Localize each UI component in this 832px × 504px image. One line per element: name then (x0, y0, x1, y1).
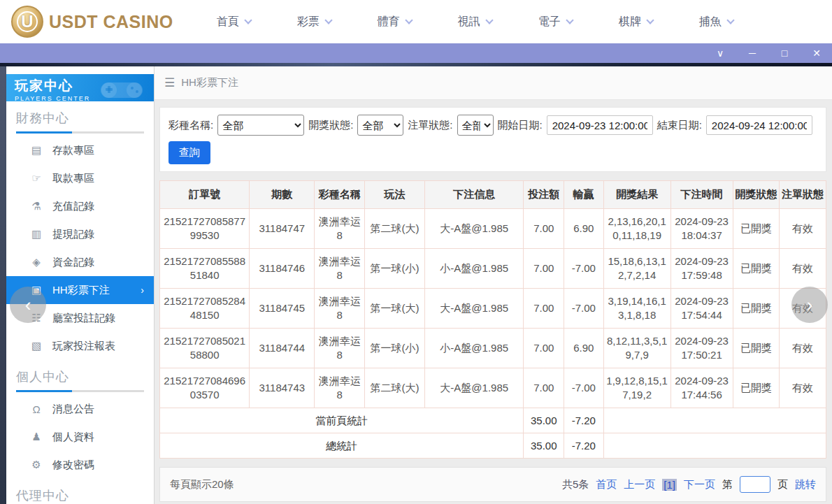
cell-lottery-name: 澳洲幸运8 (315, 249, 365, 289)
end-date-label: 結束日期: (657, 119, 702, 132)
summary-label: 當前頁統計 (160, 408, 524, 433)
cell-order-status: 有效 (780, 329, 826, 368)
nav-item-label: 捕魚 (699, 15, 722, 29)
sidebar-item-label: 個人資料 (52, 431, 94, 444)
finance-menu: ▤ 存款專區 › ☞ 取款專區 › ⚗ 充值記錄 › ▥ 提現記錄 › ◈ (6, 136, 154, 360)
cell-draw-status: 已開獎 (733, 249, 780, 289)
chevron-right-icon: › (141, 285, 144, 296)
filter-row: 彩種名稱: 全部 開獎狀態: 全部 注單狀態: 全部 開始日期: 結束日期: (168, 115, 817, 136)
table-row[interactable]: 2152172708587799530 31184747 澳洲幸运8 第二球(大… (160, 209, 826, 249)
total-count: 共5条 (562, 478, 589, 491)
column-header: 期數 (250, 181, 315, 209)
sidebar-item[interactable]: ☞ 取款專區 › (6, 164, 154, 192)
cell-play-type: 第一球(小) (365, 329, 425, 368)
nav-item[interactable]: 首頁 (217, 15, 251, 29)
cell-period: 31184743 (250, 368, 315, 408)
cell-bet-info: 小-A盤@1.985 (424, 249, 523, 289)
sidebar-item[interactable]: ▤ 存款專區 › (6, 136, 154, 164)
jump-button[interactable]: 跳转 (795, 478, 816, 491)
page-jump-input[interactable] (740, 476, 770, 493)
cell-draw-status: 已開獎 (733, 289, 780, 329)
search-button[interactable]: 查詢 (168, 141, 210, 164)
draw-status-select[interactable]: 全部 (357, 115, 403, 136)
next-page-link[interactable]: 下一页 (684, 478, 715, 491)
sidebar-item[interactable]: ◈ 資金記錄 › (6, 248, 154, 276)
cell-bet-time: 2024-09-23 17:50:21 (670, 329, 733, 368)
logo-text: USDT CASINO (49, 12, 173, 32)
sidebar-item[interactable]: ♟ 個人資料 (6, 423, 154, 451)
chevron-down-icon (726, 16, 734, 24)
collapse-right-button[interactable]: › (791, 287, 828, 323)
nav-item-label: 視訊 (458, 15, 480, 29)
cell-bet-info: 大-A盤@1.985 (424, 209, 523, 249)
site-header: U USDT CASINO 首頁 彩票 體育 視訊 電子 棋牌 (0, 0, 832, 43)
current-page: [1] (662, 479, 677, 491)
close-icon[interactable]: ✕ (811, 48, 822, 58)
sidebar-item[interactable]: ⚗ 充值記錄 › (6, 192, 154, 220)
sidebar-item[interactable]: ⚙ 修改密碼 (6, 451, 154, 479)
cell-bet-time: 2024-09-23 17:54:44 (670, 289, 733, 329)
personal-menu: Ω 消息公告 ♟ 個人資料 ⚙ 修改密碼 (6, 395, 154, 479)
nav-item[interactable]: 棋牌 (619, 15, 653, 29)
column-header: 投注額 (524, 181, 564, 209)
start-date-input[interactable] (547, 115, 653, 135)
cell-bet-amount: 7.00 (524, 329, 564, 368)
sidebar-item[interactable]: ▧ 玩家投注報表 › (6, 332, 154, 360)
sidebar-item-label: 資金記錄 (52, 256, 94, 269)
nav-item[interactable]: 彩票 (297, 15, 331, 29)
minimize-icon[interactable]: ─ (747, 48, 758, 58)
chevron-down-icon (485, 16, 493, 24)
sidebar-item-label: 存款專區 (52, 144, 94, 157)
section-finance: 財務中心 (6, 101, 154, 134)
hamburger-menu-icon[interactable]: ☰ (164, 75, 175, 90)
nav-item[interactable]: 電子 (538, 15, 573, 29)
bell-icon: Ω (30, 403, 43, 415)
cell-bet-amount: 7.00 (524, 289, 564, 329)
maximize-icon[interactable]: □ (779, 48, 790, 58)
order-status-select[interactable]: 全部 (457, 115, 494, 136)
content-area: 彩種名稱: 全部 開獎狀態: 全部 注單狀態: 全部 開始日期: 結束日期: 查… (155, 100, 832, 504)
prev-page-link[interactable]: 上一页 (624, 478, 655, 491)
cell-order-status: 有效 (780, 209, 826, 249)
deposit-card-icon: ▤ (30, 144, 43, 157)
summary-empty (603, 433, 826, 459)
cell-lottery-name: 澳洲幸运8 (315, 209, 365, 249)
logo-u-letter: U (17, 11, 38, 32)
chevron-down-icon (566, 16, 573, 24)
chevron-down-icon[interactable]: ∨ (715, 48, 726, 58)
table-row[interactable]: 2152172708502158800 31184744 澳洲幸运8 第一球(小… (160, 329, 826, 368)
cell-draw-result: 3,19,14,16,13,1,8,18 (603, 289, 670, 329)
nav-item-label: 體育 (378, 15, 400, 29)
cell-bet-amount: 7.00 (524, 249, 564, 289)
end-date-input[interactable] (706, 115, 812, 135)
cell-bet-amount: 7.00 (524, 209, 564, 249)
table-row[interactable]: 2152172708558851840 31184746 澳洲幸运8 第一球(小… (160, 249, 826, 289)
summary-bet-total: 35.00 (524, 433, 564, 459)
lottery-name-label: 彩種名稱: (168, 119, 213, 132)
body-row: 玩家中心 PLAYERS CENTER 財務中心 (0, 66, 832, 504)
table-row[interactable]: 2152172708528448150 31184745 澳洲幸运8 第一球(大… (160, 289, 826, 329)
grand-summary-row: 總統計 35.00 -7.20 (160, 433, 826, 459)
site-logo[interactable]: U USDT CASINO (0, 6, 173, 38)
sidebar-item[interactable]: Ω 消息公告 (6, 395, 154, 423)
summary-bet-total: 35.00 (524, 408, 564, 433)
cell-bet-info: 大-A盤@1.985 (424, 289, 523, 329)
nav-item[interactable]: 體育 (378, 15, 412, 29)
page-summary-row: 當前頁統計 35.00 -7.20 (160, 408, 826, 433)
section-title: 財務中心 (16, 110, 144, 127)
first-page-link[interactable]: 首页 (596, 478, 617, 491)
table-row[interactable]: 2152172708469603570 31184743 澳洲幸运8 第二球(大… (160, 368, 826, 408)
money-bag-icon: ⚗ (30, 200, 43, 213)
sidebar-item[interactable]: ▥ 提現記錄 › (6, 220, 154, 248)
chevron-down-icon (646, 16, 654, 24)
filter-panel: 彩種名稱: 全部 開獎狀態: 全部 注單狀態: 全部 開始日期: 結束日期: 查… (159, 107, 826, 172)
cell-lottery-name: 澳洲幸运8 (315, 289, 365, 329)
collapse-left-button[interactable]: ‹ (10, 287, 46, 323)
jump-suffix: 页 (777, 478, 788, 491)
main-panel: ☰ HH彩票下注 彩種名稱: 全部 開獎狀態: 全部 注單狀態: 全部 開始日期… (154, 66, 832, 504)
nav-item[interactable]: 視訊 (458, 15, 492, 29)
nav-item[interactable]: 捕魚 (699, 15, 733, 29)
lottery-name-select[interactable]: 全部 (217, 115, 304, 136)
purse-icon: ◈ (30, 256, 43, 268)
cell-win-loss: -7.00 (564, 368, 604, 408)
